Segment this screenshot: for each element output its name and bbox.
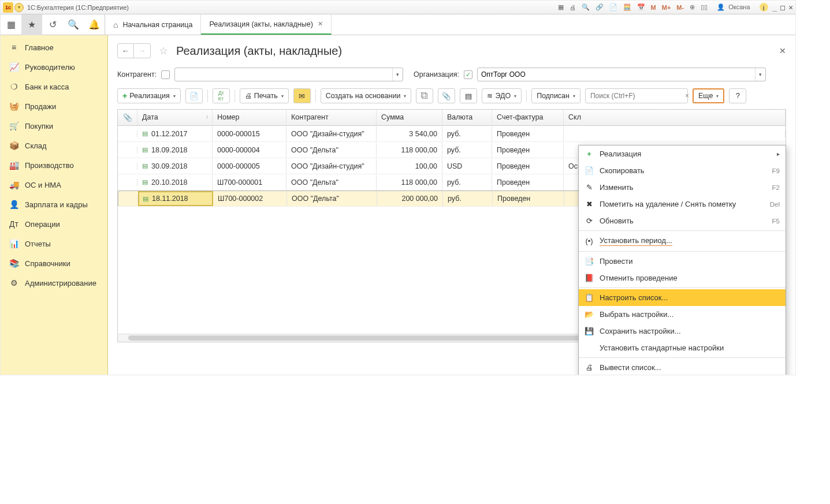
create-based-button[interactable]: Создать на основании▾ [321,88,412,103]
currency-col[interactable]: Валюта [442,110,492,125]
menu-label: Обновить [600,216,634,225]
process-button[interactable]: ▤ [460,88,477,103]
menu-item[interactable]: 🖨Вывести список... [579,359,786,375]
sidebar-item[interactable]: ДтОперации [1,214,107,234]
number-col[interactable]: Номер [213,110,286,125]
menu-item[interactable]: 📂Выбрать настройки... [579,306,786,323]
menu-item[interactable]: ⟳ОбновитьF5 [579,212,786,229]
clear-search-icon[interactable]: × [682,92,693,100]
sidebar-item[interactable]: ❍Банк и касса [1,77,107,96]
print-button[interactable]: 🖨Печать▾ [240,88,289,103]
menu-item[interactable]: 📄СкопироватьF9 [579,162,786,179]
menu-icon: 💾 [585,327,594,335]
copy-button[interactable]: 📄 [185,88,203,103]
zoom-icon[interactable]: ⊕ [688,2,697,12]
tab-home[interactable]: ⌂ Начальная страница [105,14,201,35]
realization-button[interactable]: +Реализация▾ [117,88,181,103]
signed-button[interactable]: Подписан▾ [531,88,580,103]
doc-icon[interactable]: 📄 [608,2,619,12]
menu-item[interactable]: 💾Сохранить настройки... [579,323,786,339]
chevron-down-icon[interactable]: ▾ [392,68,403,81]
menu-label: Выбрать настройки... [600,310,673,319]
attach-button[interactable]: 📎 [438,88,455,103]
invoice-col[interactable]: Счет-фактура [492,110,564,125]
mail-button[interactable]: ✉ [293,88,311,103]
help-button[interactable]: ? [729,88,746,103]
sidebar-item[interactable]: 📊Отчеты [1,234,107,253]
print-icon[interactable]: 🖨 [568,3,578,12]
grid-icon[interactable]: ▦ [556,2,565,12]
favorite-star[interactable]: ☆ [159,44,168,57]
sidebar-item[interactable]: 📚Справочники [1,253,107,273]
search-icon[interactable]: 🔍 [580,2,591,12]
bell-icon[interactable]: 🔔 [84,14,105,35]
chevron-down-icon[interactable]: ▾ [755,68,765,81]
link-icon[interactable]: 🔗 [594,2,605,12]
sidebar-item[interactable]: 📦Склад [1,136,107,155]
sidebar-item[interactable]: ≡Главное [1,38,107,57]
panel-icon[interactable]: ▯▯ [699,2,709,12]
user-label[interactable]: 👤 Оксана [715,2,753,12]
favorites-icon[interactable]: ★ [21,14,42,35]
sidebar-icon: 🛒 [9,121,19,130]
back-button[interactable]: ← [118,44,134,58]
history-icon[interactable]: ↺ [42,14,63,35]
table-row[interactable]: ▤01.12.20170000-000015ООО "Дизайн-студия… [118,126,786,142]
date-col[interactable]: Дата↓ [137,110,213,125]
m-minus-icon[interactable]: M- [675,3,686,12]
menu-item[interactable]: ✎ИзменитьF2 [579,179,786,196]
m-icon[interactable]: M [649,3,658,12]
document-icon: ▤ [142,130,148,137]
sidebar-item[interactable]: ⚙Администрирование [1,273,107,293]
more-button[interactable]: Еще▾ [693,88,724,103]
menu-item[interactable]: +Реализация▸ [579,145,786,162]
kontragent-select[interactable]: ▾ [174,68,403,81]
close-icon[interactable]: ✕ [788,3,793,12]
tab-realization[interactable]: Реализация (акты, накладные) ✕ [201,14,331,35]
org-label: Организация: [414,70,459,79]
apps-icon[interactable]: ▦ [1,14,21,35]
sidebar-item[interactable]: 🏭Производство [1,155,107,175]
menu-label: Установить стандартные настройки [600,344,724,352]
copy2-button[interactable]: ⿻ [416,88,433,103]
menu-item[interactable]: Установить стандартные настройки [579,339,786,356]
sidebar-item[interactable]: 🛒Покупки [1,116,107,136]
edo-button[interactable]: ≋ЭДО▾ [482,88,522,103]
dtkt-button[interactable]: ДтКт [213,88,230,103]
home-icon: ⌂ [113,20,118,29]
calc-icon[interactable]: 🧮 [621,2,633,12]
menu-item[interactable]: 📋Настроить список... [579,289,786,306]
kontragent-input[interactable] [175,70,392,79]
document-icon: ▤ [142,178,148,186]
menu-item[interactable]: 📑Провести [579,253,786,270]
org-checkbox[interactable]: ✓ [464,70,472,79]
sidebar-label: Продажи [25,102,56,111]
kontragent-checkbox[interactable] [161,70,170,79]
menu-label: Провести [600,257,633,266]
sum-col[interactable]: Сумма [377,110,442,125]
close-page-button[interactable]: ✕ [779,46,786,55]
maximize-icon[interactable]: □ [780,3,785,12]
org-input[interactable] [478,70,755,79]
calendar-icon[interactable]: 📅 [635,2,647,12]
search-input[interactable] [586,92,682,100]
search-box[interactable]: × [585,88,688,103]
sidebar-item[interactable]: 🧺Продажи [1,96,107,116]
system-dropdown[interactable]: ▾ [14,3,24,12]
menu-item[interactable]: (•)Установить период... [579,232,786,250]
m-plus-icon[interactable]: M+ [660,3,673,12]
tab-close-icon[interactable]: ✕ [318,20,323,28]
minimize-icon[interactable]: _ [773,3,777,12]
menu-item[interactable]: 📕Отменить проведение [579,270,786,286]
attachment-col[interactable]: 📎 [118,110,137,125]
sidebar-item[interactable]: 🚚ОС и НМА [1,175,107,195]
sidebar-item[interactable]: 📈Руководителю [1,57,107,77]
menu-item[interactable]: ✖Пометить на удаление / Снять пометкуDel [579,196,786,212]
kontragent-col[interactable]: Контрагент [286,110,377,125]
forward-button[interactable]: → [134,44,150,58]
search-icon[interactable]: 🔍 [63,14,84,35]
sklad-col[interactable]: Скл [564,110,786,125]
info-icon[interactable]: i [760,3,768,12]
sidebar-item[interactable]: 👤Зарплата и кадры [1,195,107,214]
org-select[interactable]: ▾ [477,68,766,81]
